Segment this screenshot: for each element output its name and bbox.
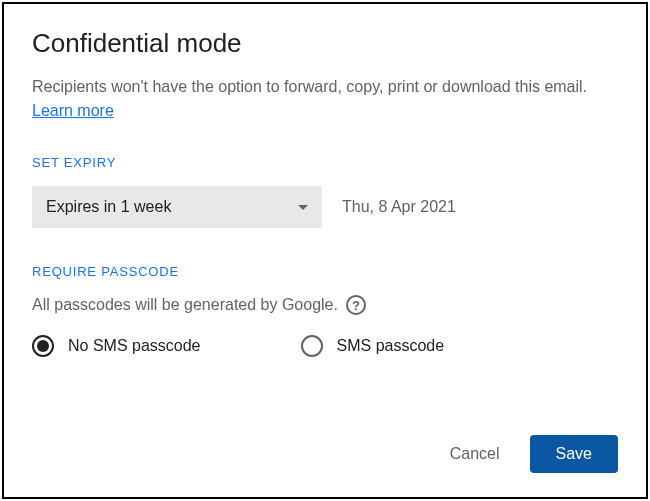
passcode-info-row: All passcodes will be generated by Googl… xyxy=(32,295,618,315)
expiry-dropdown[interactable]: Expires in 1 week xyxy=(32,186,322,228)
save-button[interactable]: Save xyxy=(530,435,618,473)
help-icon[interactable]: ? xyxy=(346,295,366,315)
set-expiry-label: SET EXPIRY xyxy=(32,155,618,170)
passcode-radio-group: No SMS passcode SMS passcode xyxy=(32,335,618,357)
require-passcode-label: REQUIRE PASSCODE xyxy=(32,264,618,279)
description-text: Recipients won't have the option to forw… xyxy=(32,78,587,95)
dialog-title: Confidential mode xyxy=(32,28,618,59)
learn-more-link[interactable]: Learn more xyxy=(32,102,114,119)
dialog-description: Recipients won't have the option to forw… xyxy=(32,75,618,123)
radio-label: SMS passcode xyxy=(337,337,445,355)
radio-icon xyxy=(301,335,323,357)
chevron-down-icon xyxy=(298,205,308,210)
expiry-date: Thu, 8 Apr 2021 xyxy=(342,198,456,216)
confidential-mode-dialog: Confidential mode Recipients won't have … xyxy=(2,2,648,499)
expiry-row: Expires in 1 week Thu, 8 Apr 2021 xyxy=(32,186,618,228)
radio-no-sms-passcode[interactable]: No SMS passcode xyxy=(32,335,201,357)
passcode-info-text: All passcodes will be generated by Googl… xyxy=(32,296,338,314)
cancel-button[interactable]: Cancel xyxy=(432,435,518,473)
radio-selected-icon xyxy=(37,340,49,352)
dialog-button-row: Cancel Save xyxy=(432,435,618,473)
radio-icon xyxy=(32,335,54,357)
radio-sms-passcode[interactable]: SMS passcode xyxy=(301,335,445,357)
expiry-selected-value: Expires in 1 week xyxy=(46,198,171,216)
radio-label: No SMS passcode xyxy=(68,337,201,355)
